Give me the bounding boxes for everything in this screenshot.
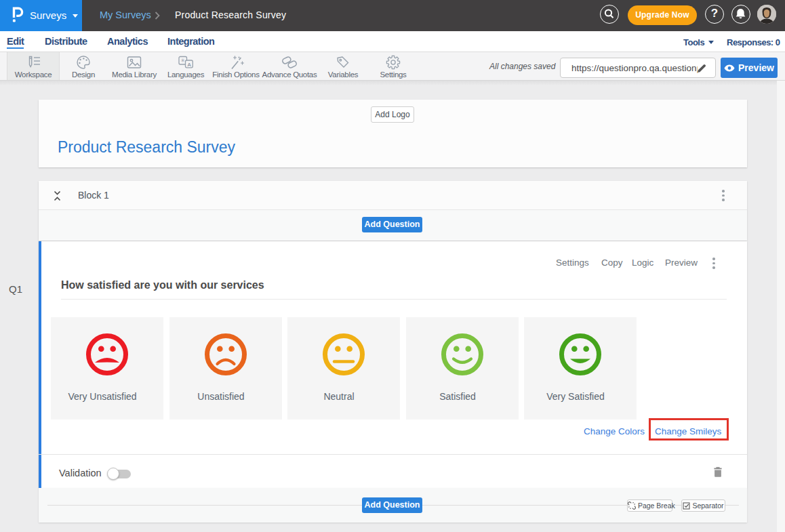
svg-text:✳: ✳ [180, 58, 185, 64]
svg-text:A: A [187, 62, 191, 68]
